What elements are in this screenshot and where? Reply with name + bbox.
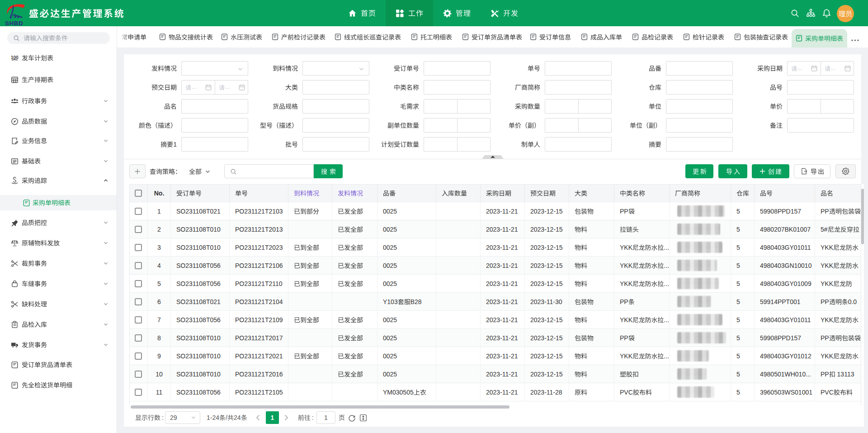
svg-text:100: 100: [11, 55, 19, 60]
svg-text:SHBD: SHBD: [5, 20, 23, 26]
